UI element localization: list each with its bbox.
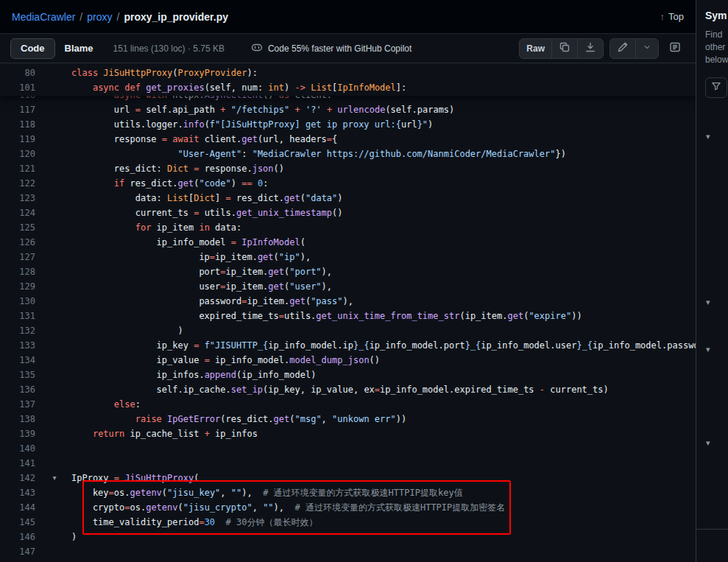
- code-viewer[interactable]: 116 async with httpx.AsyncClient() as cl…: [0, 63, 696, 562]
- code-line-text: password=ip_item.get("pass"),: [46, 294, 696, 309]
- code-line-text: current_ts = utils.get_unix_timestamp(): [46, 206, 696, 220]
- code-line: 138 raise IpGetError(res_dict.get("msg",…: [0, 412, 696, 426]
- code-line: 122 if res_dict.get("code") == 0:: [0, 176, 696, 191]
- line-number[interactable]: 140: [0, 441, 46, 456]
- tab-blame[interactable]: Blame: [55, 38, 103, 59]
- code-line: 144 crypto=os.getenv("jisu_crypto", ""),…: [0, 500, 696, 515]
- symbols-desc-line: below: [705, 54, 728, 66]
- line-number[interactable]: 129: [0, 279, 46, 294]
- symbols-panel-toggle[interactable]: [665, 38, 685, 59]
- chevron-down-icon[interactable]: ▾: [706, 132, 710, 141]
- code-lines: 116 async with httpx.AsyncClient() as cl…: [0, 88, 696, 559]
- code-line: 124 current_ts = utils.get_unix_timestam…: [0, 206, 696, 220]
- chevron-down-icon[interactable]: ▾: [706, 438, 710, 448]
- code-line: 119 response = await client.get(url, hea…: [0, 132, 696, 147]
- code-line-text: ): [46, 530, 696, 544]
- code-line-text: utils.logger.info(f"[JiSuHttpProxy] get …: [46, 117, 696, 132]
- symbols-desc-line: other: [705, 41, 728, 54]
- code-line-text: ): [46, 323, 696, 338]
- line-number[interactable]: 137: [0, 397, 46, 412]
- code-line: 128 port=ip_item.get("port"),: [0, 264, 696, 279]
- edit-button[interactable]: [610, 39, 635, 58]
- code-line: 135 ip_infos.append(ip_info_model): [0, 368, 696, 382]
- symbols-panel: Sym Find other below ▾ ▾ ▾ ▾: [696, 0, 728, 562]
- copilot-banner[interactable]: Code 55% faster with GitHub Copilot: [251, 41, 411, 55]
- scroll-to-top-button[interactable]: ↑ Top: [660, 11, 684, 22]
- line-number[interactable]: 130: [0, 294, 46, 309]
- line-number[interactable]: 122: [0, 176, 46, 191]
- raw-button[interactable]: Raw: [520, 39, 551, 58]
- line-number[interactable]: 101: [0, 80, 46, 95]
- symbols-filter-button[interactable]: [705, 77, 727, 98]
- breadcrumb-repo-link[interactable]: MediaCrawler: [12, 11, 75, 23]
- line-number[interactable]: 132: [0, 323, 46, 338]
- download-button[interactable]: [577, 39, 603, 58]
- code-line-text: ip_info_model = IpInfoModel(: [46, 235, 696, 250]
- code-line-text: crypto=os.getenv("jisu_crypto", ""), # 通…: [46, 500, 696, 515]
- code-line: 118 utils.logger.info(f"[JiSuHttpProxy] …: [0, 117, 696, 132]
- line-number[interactable]: 141: [0, 456, 46, 471]
- line-number[interactable]: 135: [0, 368, 46, 382]
- line-number[interactable]: 128: [0, 264, 46, 279]
- chevron-down-icon[interactable]: ▾: [706, 345, 710, 354]
- line-number[interactable]: 123: [0, 191, 46, 206]
- line-number[interactable]: 118: [0, 117, 46, 132]
- code-line-text: if res_dict.get("code") == 0:: [46, 176, 696, 191]
- file-view: MediaCrawler / proxy / proxy_ip_provider…: [0, 0, 696, 562]
- symbols-desc-line: Find: [705, 29, 728, 41]
- code-line-text: user=ip_item.get("user"),: [46, 279, 696, 294]
- breadcrumb-separator: /: [116, 11, 119, 23]
- copy-icon: [559, 41, 570, 55]
- line-number[interactable]: 131: [0, 309, 46, 323]
- line-number[interactable]: 120: [0, 147, 46, 161]
- arrow-up-icon: ↑: [660, 11, 665, 22]
- edit-actions-group: [609, 38, 659, 59]
- line-number[interactable]: 125: [0, 220, 46, 235]
- sidebar-divider: [696, 529, 728, 530]
- line-number[interactable]: 124: [0, 206, 46, 220]
- tab-code[interactable]: Code: [10, 38, 55, 59]
- code-line-text: [46, 456, 696, 471]
- code-line-text: port=ip_item.get("port"),: [46, 264, 696, 279]
- line-number[interactable]: 133: [0, 338, 46, 353]
- fold-chevron-icon[interactable]: ▾: [49, 471, 60, 485]
- symbols-panel-title: Sym: [705, 10, 728, 21]
- code-line: 137 else:: [0, 397, 696, 412]
- code-line: 123 data: List[Dict] = res_dict.get("dat…: [0, 191, 696, 206]
- code-line: 143 key=os.getenv("jisu_key", ""), # 通过环…: [0, 485, 696, 500]
- symbols-panel-description: Find other below: [705, 29, 728, 66]
- edit-dropdown-button[interactable]: [635, 39, 658, 58]
- code-line-text: ip_value = ip_info_model.model_dump_json…: [46, 353, 696, 368]
- code-line-text: else:: [46, 397, 696, 412]
- line-number[interactable]: 147: [0, 544, 46, 559]
- line-number[interactable]: 145: [0, 515, 46, 530]
- breadcrumb-folder-link[interactable]: proxy: [87, 11, 112, 23]
- copilot-icon: [251, 41, 263, 55]
- code-line-text: for ip_item in data:: [46, 220, 696, 235]
- line-number[interactable]: 143: [0, 485, 46, 500]
- line-number[interactable]: 139: [0, 426, 46, 441]
- line-number[interactable]: 136: [0, 382, 46, 397]
- code-line: 101 async def get_proxies(self, num: int…: [0, 80, 696, 95]
- line-number[interactable]: 134: [0, 353, 46, 368]
- line-number[interactable]: 127: [0, 250, 46, 264]
- line-number[interactable]: 126: [0, 235, 46, 250]
- line-number[interactable]: 119: [0, 132, 46, 147]
- chevron-down-icon[interactable]: ▾: [706, 298, 710, 307]
- code-line-text: async def get_proxies(self, num: int) ->…: [46, 80, 696, 95]
- line-number[interactable]: 117: [0, 102, 46, 117]
- file-meta-info: 151 lines (130 loc) · 5.75 KB: [113, 43, 225, 54]
- line-number[interactable]: 142: [0, 471, 46, 485]
- copy-button[interactable]: [551, 39, 577, 58]
- line-number[interactable]: 80: [0, 66, 46, 80]
- line-number[interactable]: 138: [0, 412, 46, 426]
- line-number[interactable]: 144: [0, 500, 46, 515]
- copilot-banner-text: Code 55% faster with GitHub Copilot: [268, 43, 411, 54]
- code-line: 132 ): [0, 323, 696, 338]
- code-line-text: "User-Agent": "MediaCrawler https://gith…: [46, 147, 696, 161]
- line-number[interactable]: 146: [0, 530, 46, 544]
- line-number[interactable]: 121: [0, 161, 46, 176]
- code-line: 134 ip_value = ip_info_model.model_dump_…: [0, 353, 696, 368]
- code-line-text: response = await client.get(url, headers…: [46, 132, 696, 147]
- code-line-text: class JiSuHttpProxy(ProxyProvider):: [46, 66, 696, 80]
